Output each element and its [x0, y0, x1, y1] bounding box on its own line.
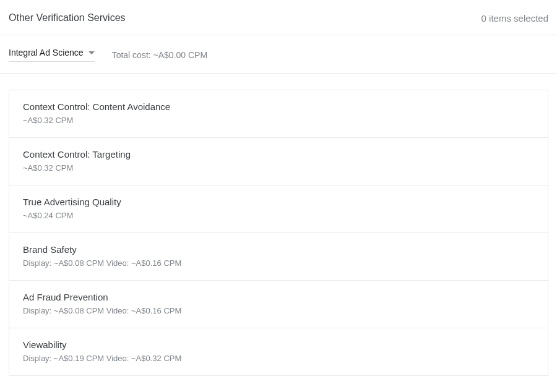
services-list-container: Context Control: Content Avoidance ~A$0.…	[0, 74, 557, 376]
chevron-down-icon	[89, 51, 95, 54]
service-title: True Advertising Quality	[23, 197, 534, 207]
list-item[interactable]: Ad Fraud Prevention Display: ~A$0.08 CPM…	[9, 281, 548, 328]
service-title: Ad Fraud Prevention	[23, 292, 534, 302]
provider-dropdown[interactable]: Integral Ad Science	[9, 48, 95, 62]
service-title: Context Control: Targeting	[23, 149, 534, 160]
services-list: Context Control: Content Avoidance ~A$0.…	[9, 90, 548, 376]
panel-header: Other Verification Services 0 items sele…	[0, 0, 557, 35]
provider-dropdown-label: Integral Ad Science	[9, 48, 84, 58]
list-item[interactable]: True Advertising Quality ~A$0.24 CPM	[9, 185, 548, 233]
service-title: Viewability	[23, 339, 534, 350]
service-cost: ~A$0.32 CPM	[23, 163, 534, 173]
list-item[interactable]: Brand Safety Display: ~A$0.08 CPM Video:…	[9, 233, 548, 281]
selection-count: 0 items selected	[481, 13, 548, 23]
service-cost: Display: ~A$0.19 CPM Video: ~A$0.32 CPM	[23, 354, 534, 363]
total-cost-label: Total cost: ~A$0.00 CPM	[112, 50, 207, 60]
panel-title: Other Verification Services	[9, 12, 126, 23]
service-cost: Display: ~A$0.08 CPM Video: ~A$0.16 CPM	[23, 306, 534, 315]
service-cost: Display: ~A$0.08 CPM Video: ~A$0.16 CPM	[23, 258, 534, 268]
service-cost: ~A$0.32 CPM	[23, 116, 534, 125]
list-item[interactable]: Context Control: Targeting ~A$0.32 CPM	[9, 138, 548, 185]
service-title: Brand Safety	[23, 244, 534, 255]
service-cost: ~A$0.24 CPM	[23, 211, 534, 220]
service-title: Context Control: Content Avoidance	[23, 101, 534, 112]
controls-bar: Integral Ad Science Total cost: ~A$0.00 …	[0, 35, 557, 74]
list-item[interactable]: Viewability Display: ~A$0.19 CPM Video: …	[9, 328, 548, 376]
list-item[interactable]: Context Control: Content Avoidance ~A$0.…	[9, 90, 548, 138]
